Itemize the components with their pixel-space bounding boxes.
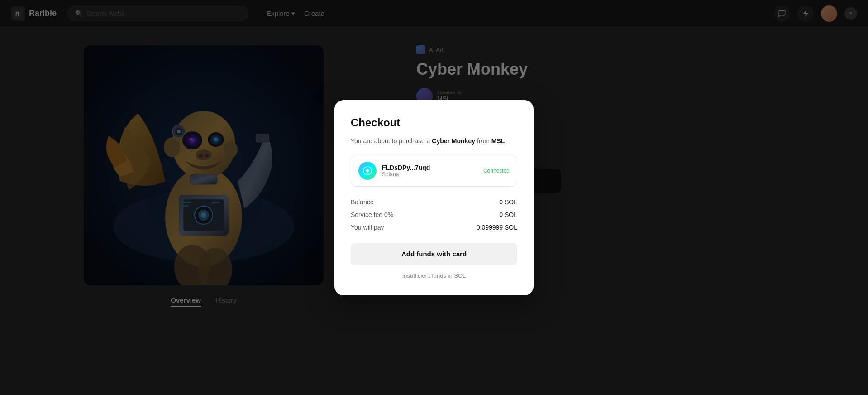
balance-row: Balance 0 SOL [351, 196, 517, 208]
you-will-pay-row: You will pay 0.099999 SOL [351, 221, 517, 234]
modal-overlay: Checkout You are about to purchase a Cyb… [0, 0, 868, 395]
wallet-connected-badge: Connected [483, 168, 510, 174]
wallet-address: FLDsDPy...7uqd [382, 164, 478, 171]
checkout-title: Checkout [351, 116, 517, 129]
you-will-pay-value: 0.099999 SOL [477, 224, 517, 231]
wallet-icon [358, 162, 377, 180]
service-fee-row: Service fee 0% 0 SOL [351, 208, 517, 221]
checkout-description: You are about to purchase a Cyber Monkey… [351, 136, 517, 146]
checkout-nft-name: Cyber Monkey [432, 137, 475, 145]
insufficient-funds-message: Insufficient funds in SOL [351, 272, 517, 279]
balance-label: Balance [351, 198, 374, 206]
service-fee-label: Service fee 0% [351, 211, 393, 218]
fees-table: Balance 0 SOL Service fee 0% 0 SOL You w… [351, 196, 517, 234]
wallet-chain: Solana [382, 171, 478, 178]
svg-point-43 [366, 169, 369, 172]
service-fee-value: 0 SOL [499, 211, 517, 218]
wallet-card: FLDsDPy...7uqd Solana Connected [351, 155, 517, 187]
add-funds-button[interactable]: Add funds with card [351, 243, 517, 265]
you-will-pay-label: You will pay [351, 224, 384, 231]
checkout-modal: Checkout You are about to purchase a Cyb… [334, 100, 534, 295]
balance-value: 0 SOL [499, 198, 517, 206]
checkout-seller: MSL [491, 137, 505, 145]
wallet-info: FLDsDPy...7uqd Solana [382, 164, 478, 178]
